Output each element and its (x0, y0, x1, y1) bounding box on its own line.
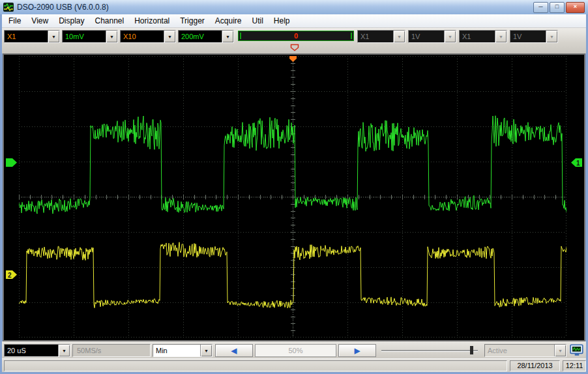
menu-item-acquire[interactable]: Acquire (210, 14, 247, 27)
chevron-down-icon[interactable]: ▼ (164, 31, 175, 42)
ch2-attenuation-select[interactable]: X10 ▼ (120, 30, 176, 43)
trigger-position-slider[interactable]: 0 (238, 31, 354, 41)
chevron-down-icon: ▼ (546, 31, 557, 42)
slider-left-bracket (240, 33, 241, 39)
ch4-attenuation-select: X1 ▼ (459, 30, 507, 43)
chevron-down-icon[interactable]: ▼ (200, 345, 212, 356)
menu-item-trigger[interactable]: Trigger (175, 14, 210, 27)
ch1-attenuation-select[interactable]: X1 ▼ (4, 30, 60, 43)
scope-panel: 2 1 (3, 53, 585, 341)
status-message-panel (4, 360, 507, 371)
ch4-volts-value: 1V (510, 31, 546, 42)
acquire-mode-value: Min (153, 345, 200, 356)
title-bar: DSO-2090 USB (V6.0.0.8) ─ □ × (0, 0, 588, 14)
chevron-down-icon[interactable]: ▼ (48, 31, 59, 42)
ch2-position-marker[interactable]: 2 (5, 270, 18, 280)
trigger-position-thumb[interactable]: 0 (291, 31, 301, 40)
sample-rate-readout: 50MS/s (72, 344, 151, 357)
scroll-left-button[interactable]: ◀ (215, 344, 253, 357)
chevron-down-icon[interactable]: ▼ (222, 31, 233, 42)
ch2-volts-value: 200mV (179, 31, 222, 42)
status-bar: 28/11/2013 12:11 (2, 358, 586, 372)
display-monitor-icon[interactable] (570, 344, 584, 357)
ch1-volts-value: 10mV (63, 31, 106, 42)
ch4-attenuation-value: X1 (460, 31, 495, 42)
menu-item-util[interactable]: Util (247, 14, 269, 27)
menu-item-display[interactable]: Display (53, 14, 89, 27)
horizontal-scroll-slider[interactable] (380, 344, 479, 357)
scope-display (19, 56, 566, 338)
slider-thumb[interactable] (470, 346, 473, 354)
trigger-position-marker[interactable] (290, 44, 299, 51)
ch1-attenuation-value: X1 (5, 31, 48, 42)
ch1-marker-label: 1 (576, 160, 580, 167)
maximize-button[interactable]: □ (550, 2, 565, 13)
menu-item-channel[interactable]: Channel (90, 14, 130, 27)
ch1-volts-select[interactable]: 10mV ▼ (62, 30, 118, 43)
timebase-select[interactable]: 20 uS ▼ (4, 344, 70, 357)
menu-bar: File View Display Channel Horizontal Tri… (2, 14, 586, 28)
close-button[interactable]: × (566, 2, 585, 13)
ch2-marker-label: 2 (8, 272, 12, 279)
ch3-volts-select: 1V ▼ (408, 30, 456, 43)
ch3-volts-value: 1V (409, 31, 444, 42)
window-title: DSO-2090 USB (V6.0.0.8) (17, 3, 532, 12)
menu-item-help[interactable]: Help (269, 14, 295, 27)
ch1-position-marker[interactable] (5, 158, 18, 167)
ch2-attenuation-value: X10 (121, 31, 164, 42)
scroll-right-button[interactable]: ▶ (338, 344, 376, 357)
ch3-attenuation-value: X1 (358, 31, 393, 42)
chevron-down-icon[interactable]: ▼ (58, 345, 70, 356)
horizontal-toolbar: 20 uS ▼ 50MS/s Min ▼ ◀ 50% ▶ Active ▼ (2, 341, 586, 358)
run-status-value: Active (485, 345, 554, 356)
trigger-level-marker[interactable]: 1 (570, 158, 583, 167)
ch3-attenuation-select: X1 ▼ (357, 30, 405, 43)
channel-toolbar: X1 ▼ 10mV ▼ X10 ▼ 200mV ▼ 0 X1 ▼ 1V ▼ X1… (2, 28, 586, 53)
app-icon (3, 3, 14, 12)
chevron-down-icon[interactable]: ▼ (106, 31, 117, 42)
chevron-down-icon: ▼ (495, 31, 507, 42)
chevron-down-icon: ▼ (554, 345, 566, 356)
chevron-down-icon: ▼ (393, 31, 405, 42)
menu-item-view[interactable]: View (26, 14, 53, 27)
trigger-time-marker[interactable] (289, 55, 297, 63)
status-date: 28/11/2013 (510, 360, 560, 371)
slider-right-bracket (351, 33, 352, 39)
status-time: 12:11 (563, 360, 586, 371)
acquire-mode-select[interactable]: Min ▼ (153, 344, 213, 357)
menu-item-file[interactable]: File (3, 14, 26, 27)
chevron-down-icon: ▼ (444, 31, 456, 42)
menu-item-horizontal[interactable]: Horizontal (129, 14, 175, 27)
run-status-select: Active ▼ (484, 344, 566, 357)
slider-groove (381, 350, 478, 351)
timebase-value: 20 uS (5, 345, 58, 356)
ch4-volts-select: 1V ▼ (510, 30, 558, 43)
ch2-volts-select[interactable]: 200mV ▼ (178, 30, 234, 43)
minimize-button[interactable]: ─ (533, 2, 548, 13)
horizontal-position-readout: 50% (255, 344, 336, 357)
